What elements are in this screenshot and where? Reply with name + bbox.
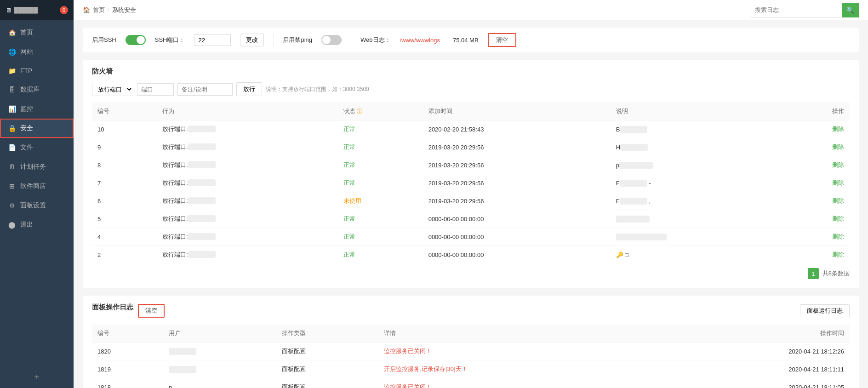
firewall-hint: 说明：支持放行端口范围，如：3000:3500 <box>266 86 369 93</box>
firewall-table: 编号 行为 状态 ⓘ 添加时间 说明 操作 10 放行端口:████ 正常 20… <box>92 103 850 263</box>
security-icon: 🔒 <box>8 125 16 132</box>
ssh-label: 启用SSH <box>92 36 116 44</box>
row-note: p████████ <box>611 156 785 174</box>
ssh-port-label: SSH端口： <box>155 36 185 44</box>
sidebar-item-appstore[interactable]: ⊞ 软件商店 <box>0 177 74 196</box>
sidebar-item-home-label: 首页 <box>20 29 33 37</box>
log-col-detail: 详情 <box>378 325 655 342</box>
weblog-path: /www/wwwlogs <box>400 37 440 44</box>
log-row-time: 2020-04-21 18:11:05 <box>655 378 850 388</box>
log-row-type: 面板配置 <box>276 360 378 378</box>
row-op: 删除 <box>785 138 850 156</box>
divider2 <box>351 34 351 46</box>
ssh-change-button[interactable]: 更改 <box>240 34 264 46</box>
row-id: 7 <box>92 174 157 192</box>
sidebar-item-logout[interactable]: ⬤ 退出 <box>0 215 74 234</box>
row-id: 2 <box>92 246 157 264</box>
row-time: 2019-03-20 20:29:56 <box>423 138 611 156</box>
sidebar-item-settings[interactable]: ⚙ 面板设置 <box>0 196 74 215</box>
row-note: B██ <box>611 120 785 138</box>
delete-button[interactable]: 删除 <box>832 251 844 258</box>
delete-button[interactable]: 删除 <box>832 143 844 150</box>
row-op: 删除 <box>785 228 850 246</box>
breadcrumb: 🏠 首页 / 系统安全 <box>83 6 136 14</box>
sidebar-item-scheduled[interactable]: 🗓 计划任务 <box>0 157 74 177</box>
delete-button[interactable]: 删除 <box>832 215 844 222</box>
sidebar-item-monitor[interactable]: 📊 监控 <box>0 99 74 119</box>
row-note: ████████████ <box>611 228 785 246</box>
panel-log-title: 面板操作日志 <box>92 303 133 312</box>
delete-button[interactable]: 删除 <box>832 179 844 186</box>
log-row-detail: 监控服务已关闭！ <box>378 378 655 388</box>
sidebar-item-security[interactable]: 🔒 安全 <box>0 119 74 138</box>
weblog-clear-button[interactable]: 清空 <box>488 33 516 47</box>
sidebar-item-file[interactable]: 📄 文件 <box>0 138 74 157</box>
row-action: 放行端口:████ <box>157 174 338 192</box>
ssh-toggle[interactable] <box>126 35 146 45</box>
row-note: 🔑 □ <box>611 246 785 264</box>
delete-button[interactable]: 删除 <box>832 233 844 240</box>
sidebar-item-database[interactable]: 🗄 数据库 <box>0 80 74 99</box>
notification-badge[interactable]: 0 <box>60 6 68 14</box>
divider <box>273 34 274 46</box>
row-op: 删除 <box>785 192 850 210</box>
log-row: 1819 ████ 面板配置 开启监控服务,记录保存[30]天！ 2020-04… <box>92 360 850 378</box>
row-status: 正常 <box>338 120 423 138</box>
delete-button[interactable]: 删除 <box>832 197 844 204</box>
search-input[interactable] <box>750 3 842 17</box>
row-time: 2019-03-20 20:29:56 <box>423 174 611 192</box>
delete-button[interactable]: 删除 <box>832 126 844 132</box>
row-note: F██████ , <box>611 192 785 210</box>
status-info-icon: ⓘ <box>357 108 362 114</box>
sidebar-add-button[interactable]: + <box>0 366 74 388</box>
page-1-button[interactable]: 1 <box>808 268 819 279</box>
ssh-port-input[interactable] <box>194 34 231 46</box>
sidebar-item-security-label: 安全 <box>20 124 33 132</box>
firewall-title: 防火墙 <box>92 67 850 76</box>
port-type-select[interactable]: 放行端口 拒绝端口 <box>92 83 133 96</box>
panel-log-clear-button[interactable]: 清空 <box>138 304 165 318</box>
sidebar-item-website[interactable]: 🌐 网站 <box>0 42 74 62</box>
sidebar-item-home[interactable]: 🏠 首页 <box>0 23 74 42</box>
log-row-user: ████ <box>163 342 276 360</box>
panel-run-log-button[interactable]: 面板运行日志 <box>800 304 850 317</box>
sidebar-item-file-label: 文件 <box>20 143 33 152</box>
settings-icon: ⚙ <box>8 202 16 209</box>
row-status: 正常 <box>338 228 423 246</box>
sidebar-item-ftp[interactable]: 📁 FTP <box>0 62 74 80</box>
scheduled-icon: 🗓 <box>8 163 16 171</box>
ssh-config-bar: 启用SSH SSH端口： 更改 启用禁ping Web日志： /www/wwwl… <box>83 28 859 52</box>
row-id: 6 <box>92 192 157 210</box>
row-status: 未使用 <box>338 192 423 210</box>
row-action: 放行端口:████ <box>157 192 338 210</box>
pagination: 1 共8条数据 <box>92 263 850 281</box>
row-op: 删除 <box>785 210 850 228</box>
row-time: 2019-03-20 20:29:56 <box>423 192 611 210</box>
table-row: 5 放行端口:████ 正常 0000-00-00 00:00:00 █████… <box>92 210 850 228</box>
row-op: 删除 <box>785 156 850 174</box>
row-op: 删除 <box>785 246 850 264</box>
home-icon: 🏠 <box>8 29 16 36</box>
row-time: 0000-00-00 00:00:00 <box>423 228 611 246</box>
delete-button[interactable]: 删除 <box>832 161 844 168</box>
allow-button[interactable]: 放行 <box>236 82 262 96</box>
breadcrumb-home[interactable]: 首页 <box>93 6 105 14</box>
row-action: 放行端口:████ <box>157 228 338 246</box>
note-input[interactable] <box>177 83 233 96</box>
log-row-detail: 监控服务已关闭！ <box>378 342 655 360</box>
row-action: 放行端口:████ <box>157 138 338 156</box>
log-row-time: 2020-04-21 18:12:26 <box>655 342 850 360</box>
sidebar-item-ftp-label: FTP <box>20 67 32 74</box>
col-note: 说明 <box>611 103 785 120</box>
port-input[interactable] <box>137 83 174 96</box>
search-button[interactable]: 🔍 <box>842 3 859 17</box>
row-note: H██ <box>611 138 785 156</box>
row-status: 正常 <box>338 210 423 228</box>
page-header: 🏠 首页 / 系统安全 🔍 <box>74 0 868 20</box>
ping-toggle[interactable] <box>321 35 342 45</box>
panel-log-title-area: 面板操作日志 清空 <box>92 303 165 318</box>
log-row-id: 1819 <box>92 360 163 378</box>
database-icon: 🗄 <box>8 86 16 93</box>
row-op: 删除 <box>785 174 850 192</box>
row-id: 5 <box>92 210 157 228</box>
